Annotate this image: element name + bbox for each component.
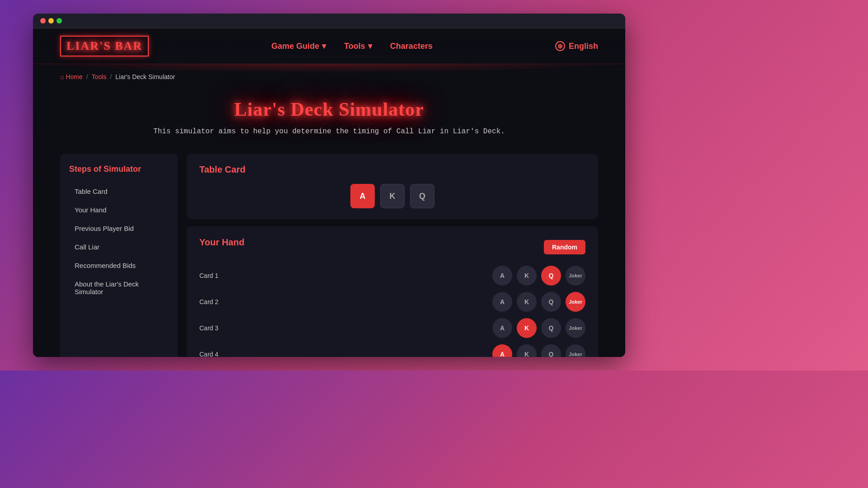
main-content: Steps of Simulator Table Card Your Hand … (33, 145, 625, 357)
close-button[interactable] (40, 18, 46, 23)
hand-row-card4: Card 4 A K Q Joker (199, 344, 585, 357)
card1-A-button[interactable]: A (492, 266, 512, 286)
your-hand-header: Your Hand Random (199, 237, 585, 257)
hand-row-card1: Card 1 A K Q Joker (199, 266, 585, 286)
maximize-button[interactable] (57, 18, 62, 23)
breadcrumb-separator-2: / (110, 73, 112, 80)
card2-K-button[interactable]: K (517, 292, 537, 312)
card2-A-button[interactable]: A (492, 292, 512, 312)
random-button[interactable]: Random (544, 240, 585, 254)
language-selector[interactable]: ⊕ English (555, 41, 598, 51)
hand-row-card3: Card 3 A K Q Joker (199, 318, 585, 338)
table-card-A-button[interactable]: A (350, 184, 375, 208)
globe-icon: ⊕ (555, 41, 565, 51)
card1-Joker-button[interactable]: Joker (566, 266, 585, 286)
page-title: Liar's Deck Simulator (60, 99, 598, 120)
card4-A-button[interactable]: A (492, 344, 512, 357)
breadcrumb: ⌂ Home / Tools / Liar's Deck Simulator (33, 64, 625, 85)
browser-content: LIAR'S BAR Game Guide ▾ Tools ▾ Characte… (33, 28, 625, 357)
sidebar-item-your-hand[interactable]: Your Hand (69, 202, 169, 218)
navbar: LIAR'S BAR Game Guide ▾ Tools ▾ Characte… (33, 28, 625, 64)
card4-label: Card 4 (199, 351, 226, 357)
minimize-button[interactable] (48, 18, 54, 23)
browser-window: LIAR'S BAR Game Guide ▾ Tools ▾ Characte… (33, 14, 625, 357)
sidebar-item-previous-player-bid[interactable]: Previous Player Bid (69, 220, 169, 237)
nav-links: Game Guide ▾ Tools ▾ Characters (271, 41, 433, 51)
home-icon: ⌂ (60, 73, 64, 80)
chevron-down-icon: ▾ (322, 41, 326, 51)
sidebar-item-about[interactable]: About the Liar's Deck Simulator (69, 276, 169, 300)
card1-Q-button[interactable]: Q (541, 266, 561, 286)
table-card-K-button[interactable]: K (380, 184, 405, 208)
your-hand-panel: Your Hand Random Card 1 A K Q Joker (187, 226, 598, 357)
hero-section: Liar's Deck Simulator This simulator aim… (33, 85, 625, 145)
card2-Q-button[interactable]: Q (541, 292, 561, 312)
breadcrumb-current: Liar's Deck Simulator (115, 73, 175, 80)
card1-options: A K Q Joker (492, 266, 585, 286)
your-hand-title: Your Hand (199, 237, 245, 248)
breadcrumb-tools-link[interactable]: Tools (92, 73, 107, 80)
browser-chrome (33, 14, 625, 28)
card2-Joker-button[interactable]: Joker (566, 292, 585, 312)
card4-Q-button[interactable]: Q (541, 344, 561, 357)
site-logo[interactable]: LIAR'S BAR (60, 36, 149, 56)
card3-Q-button[interactable]: Q (541, 318, 561, 338)
hero-subtitle: This simulator aims to help you determin… (60, 127, 598, 136)
traffic-lights (40, 18, 62, 23)
table-card-Q-button[interactable]: Q (410, 184, 434, 208)
card2-label: Card 2 (199, 298, 226, 305)
table-card-title: Table Card (199, 164, 585, 175)
sidebar: Steps of Simulator Table Card Your Hand … (60, 154, 178, 357)
card3-options: A K Q Joker (492, 318, 585, 338)
panels: Table Card A K Q Your Hand Random (187, 154, 598, 357)
card3-Joker-button[interactable]: Joker (566, 318, 585, 338)
sidebar-item-call-liar[interactable]: Call Liar (69, 239, 169, 255)
nav-characters[interactable]: Characters (390, 42, 433, 51)
sidebar-item-table-card[interactable]: Table Card (69, 183, 169, 200)
card4-K-button[interactable]: K (517, 344, 537, 357)
breadcrumb-separator-1: / (86, 73, 88, 80)
card3-A-button[interactable]: A (492, 318, 512, 338)
sidebar-title: Steps of Simulator (69, 164, 169, 174)
table-card-panel: Table Card A K Q (187, 154, 598, 219)
card3-label: Card 3 (199, 324, 226, 332)
card4-Joker-button[interactable]: Joker (566, 344, 585, 357)
card1-K-button[interactable]: K (517, 266, 537, 286)
card2-options: A K Q Joker (492, 292, 585, 312)
chevron-down-icon: ▾ (368, 41, 372, 51)
hand-row-card2: Card 2 A K Q Joker (199, 292, 585, 312)
table-card-options: A K Q (199, 184, 585, 208)
sidebar-item-recommended-bids[interactable]: Recommended Bids (69, 257, 169, 274)
nav-game-guide[interactable]: Game Guide ▾ (271, 41, 326, 51)
nav-tools[interactable]: Tools ▾ (344, 41, 372, 51)
card4-options: A K Q Joker (492, 344, 585, 357)
card3-K-button[interactable]: K (517, 318, 537, 338)
card1-label: Card 1 (199, 272, 226, 279)
breadcrumb-home-link[interactable]: ⌂ Home (60, 73, 83, 80)
